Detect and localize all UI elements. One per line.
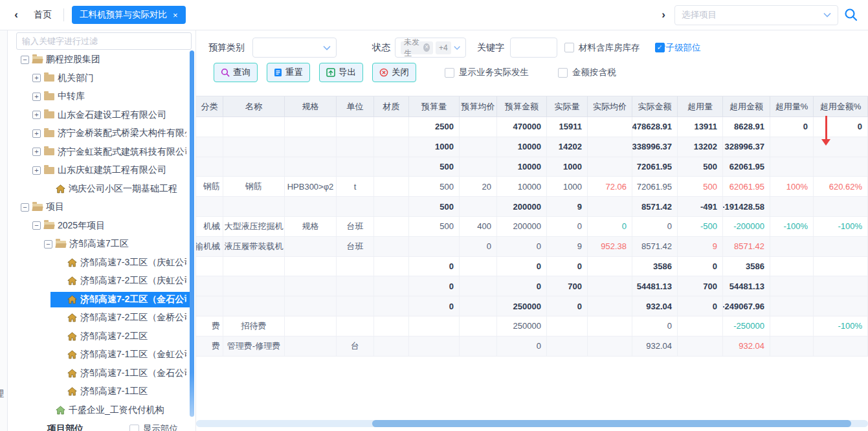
tax-included-checkbox[interactable]	[558, 68, 568, 78]
tree-item[interactable]: +济宁金桥装配式桥梁大构件有限公司	[8, 124, 192, 143]
table-row[interactable]: 50020000098571.42-491-191428.58	[196, 197, 868, 217]
status-select[interactable]: 未发生×+4	[395, 38, 466, 58]
tree-item[interactable]: +济宁金虹装配式建筑科技有限公司	[8, 143, 192, 162]
search-icon[interactable]	[843, 7, 859, 23]
tab-close-icon[interactable]: ×	[173, 10, 178, 20]
tab-home[interactable]: 首页	[34, 9, 52, 21]
cell: 0	[588, 217, 632, 236]
cell	[223, 197, 285, 216]
tree-filter-input[interactable]	[16, 32, 192, 50]
tree-item[interactable]: 济邹高速7-3工区（庆虹公司）	[8, 254, 192, 272]
expand-toggle-icon[interactable]: +	[32, 74, 41, 82]
expand-toggle-icon[interactable]: +	[32, 148, 41, 156]
horizontal-scrollbar-track[interactable]	[196, 420, 868, 427]
column-header[interactable]: 单位	[337, 96, 374, 116]
cell	[770, 257, 814, 276]
collapse-toggle-icon[interactable]: −	[21, 56, 29, 64]
column-header[interactable]: 超用金额	[723, 96, 770, 116]
tree-item[interactable]: −鹏程控股集团	[8, 50, 192, 69]
collapse-toggle-icon[interactable]: −	[21, 203, 29, 212]
table-row[interactable]: 运输机械液压履带装载机台班009952.388571.4298571.42	[196, 237, 868, 257]
collapsed-side-strip[interactable]: 理	[0, 30, 8, 431]
horizontal-scrollbar-thumb[interactable]	[372, 420, 851, 427]
table-row[interactable]: 10001000014202338996.3713202328996.37	[196, 137, 868, 157]
column-header[interactable]: 实际量	[547, 96, 588, 116]
column-header[interactable]: 实际均价	[588, 96, 632, 116]
tab-label: 工料机预算与实际对比	[80, 9, 167, 21]
status-tag[interactable]: 未发生×	[401, 41, 433, 54]
tree-item[interactable]: 济邹高速7-1工区	[8, 382, 192, 401]
table-row[interactable]: 50010000100072061.9550062061.95	[196, 157, 868, 177]
column-header[interactable]: 实际金额	[632, 96, 678, 116]
status-tag[interactable]: +4	[436, 41, 451, 54]
cell: 台	[337, 337, 374, 356]
column-header[interactable]: 预算量	[409, 96, 460, 116]
tree-item[interactable]: 鸿庆公司小区一期基础工程	[8, 180, 192, 199]
tag-close-icon[interactable]: ×	[423, 43, 430, 52]
collapse-toggle-icon[interactable]: −	[32, 221, 41, 230]
cell: HPB300>φ2	[285, 177, 337, 196]
cell: 机械	[196, 217, 223, 236]
export-button[interactable]: 导出	[319, 63, 363, 82]
divider	[63, 8, 64, 21]
tree-item[interactable]: +山东庆虹建筑工程有限公司	[8, 161, 192, 180]
reset-button[interactable]: 重置	[267, 63, 310, 82]
back-chevron-icon[interactable]: ‹	[6, 8, 26, 21]
expand-toggle-icon[interactable]: +	[32, 129, 41, 138]
tree-item-label: 济邹高速7-1工区（金虹公司）	[80, 349, 186, 360]
table-row[interactable]: 250047000015911478628.91139118628.9100	[196, 117, 868, 137]
tree-scrollbar-thumb[interactable]	[190, 50, 194, 417]
tree-item[interactable]: −济邹高速7工区	[8, 235, 192, 254]
column-header[interactable]: 名称	[223, 96, 285, 116]
table-row[interactable]: 02500000932.040-249067.96	[196, 296, 868, 316]
show-actual-checkbox[interactable]	[445, 68, 454, 78]
query-button[interactable]: 查询	[214, 63, 258, 82]
tree-item[interactable]: 济邹高速7-2工区	[8, 327, 192, 346]
tree-item[interactable]: 济邹高速7-2工区（金石公司）	[8, 291, 192, 309]
table-row[interactable]: 机械大型液压挖掘机规格台班500400200000000-500-200000-…	[196, 217, 868, 237]
table-row[interactable]: 0070054481.1370054481.13	[196, 276, 868, 296]
forward-chevron-icon[interactable]: ›	[654, 8, 673, 21]
tree-item[interactable]: 济邹高速7-2工区（庆虹公司）	[8, 272, 192, 291]
cell	[814, 296, 868, 316]
cell: 500	[678, 157, 723, 177]
column-header[interactable]: 预算均价	[460, 96, 497, 116]
keyword-input[interactable]	[510, 38, 557, 58]
tree-item[interactable]: 济邹高速7-1工区（金石公司）	[8, 364, 192, 383]
tree-item[interactable]: 济邹高速7-1工区（金虹公司）	[8, 346, 192, 364]
tree-item-label: 济邹高速7-1工区	[80, 386, 148, 397]
show-parts-checkbox[interactable]	[129, 425, 139, 431]
tree-item[interactable]: −2025年项目	[8, 217, 192, 236]
column-header[interactable]: 超用金额%	[814, 96, 868, 116]
column-header[interactable]: 超用量	[678, 96, 723, 116]
tree-item[interactable]: +山东金石建设工程有限公司	[8, 106, 192, 125]
close-button[interactable]: 关闭	[372, 63, 416, 82]
column-header[interactable]: 分类	[196, 96, 223, 116]
expand-toggle-icon[interactable]: +	[32, 166, 41, 175]
table-row[interactable]: 钢筋钢筋HPB300>φ2t5002010000100072.0672061.9…	[196, 177, 868, 197]
column-header[interactable]: 超用量%	[770, 96, 814, 116]
project-select[interactable]: 选择项目	[674, 5, 838, 25]
table-row[interactable]: 费招待费2500000-250000-100%	[196, 316, 868, 337]
column-header[interactable]: 预算金额	[497, 96, 547, 116]
budget-category-select[interactable]	[252, 38, 337, 58]
column-header[interactable]: 材质	[374, 96, 409, 116]
collapse-toggle-icon[interactable]: −	[44, 240, 52, 249]
tab-active-budget-compare[interactable]: 工料机预算与实际对比 ×	[72, 6, 186, 24]
table-row[interactable]: 000358603586	[196, 257, 868, 277]
tree-item[interactable]: −项目	[8, 198, 192, 217]
tree-item-label: 济邹高速7-2工区（庆虹公司）	[80, 275, 186, 287]
tree-item[interactable]: +机关部门	[8, 69, 192, 88]
material-stock-checkbox[interactable]	[564, 43, 574, 52]
cell: 0	[547, 257, 588, 276]
cell	[337, 117, 374, 137]
tree-item[interactable]: 济邹高速7-2工区（金桥公司）	[8, 309, 192, 327]
column-header[interactable]: 规格	[285, 96, 337, 116]
expand-toggle-icon[interactable]: +	[32, 93, 41, 101]
cell: 72061.95	[632, 157, 678, 177]
table-row[interactable]: 费管理费-修理费台0932.04932.04	[196, 337, 868, 357]
cell	[196, 137, 223, 157]
expand-toggle-icon[interactable]: +	[32, 111, 41, 119]
tree-item[interactable]: +中转库	[8, 87, 192, 106]
tree-item[interactable]: 千盛企业_工资代付机构	[8, 401, 192, 420]
